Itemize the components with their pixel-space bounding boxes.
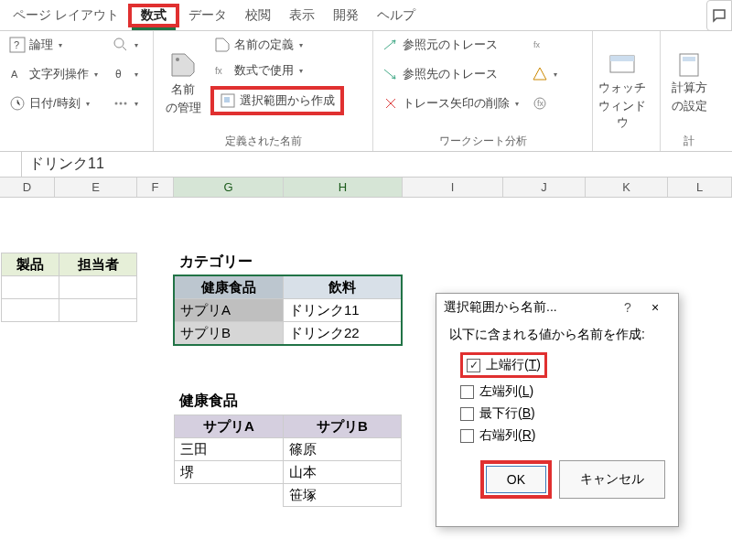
- tab-formulas[interactable]: 数式: [132, 2, 176, 30]
- dialog-help-button[interactable]: ?: [616, 300, 640, 315]
- col-K[interactable]: K: [586, 178, 668, 197]
- remove-arrows-label: トレース矢印の削除: [403, 95, 510, 112]
- tab-help[interactable]: ヘルプ: [368, 2, 425, 29]
- t3-r3c2[interactable]: 笹塚: [283, 483, 402, 507]
- comments-button[interactable]: [706, 0, 732, 31]
- calc-label2: の設定: [672, 98, 707, 114]
- t3-h1[interactable]: サプリA: [174, 415, 284, 438]
- col-D[interactable]: D: [0, 178, 55, 197]
- t2-r2c2[interactable]: ドリンク22: [283, 321, 402, 345]
- opt-right-label: 右端列(R): [479, 427, 535, 444]
- error-check-button[interactable]: ▾: [528, 64, 561, 84]
- name-manager-label2: の管理: [166, 100, 201, 116]
- use-in-formula-label: 数式で使用: [234, 62, 294, 79]
- watch-label1: ウォッチ: [598, 80, 646, 96]
- formula-bar[interactable]: ドリンク11: [22, 153, 112, 176]
- col-H[interactable]: H: [284, 178, 403, 197]
- col-J[interactable]: J: [503, 178, 586, 197]
- t2-title[interactable]: カテゴリー: [174, 251, 284, 273]
- svg-point-4: [114, 38, 124, 48]
- tab-view[interactable]: 表示: [280, 2, 324, 29]
- col-F[interactable]: F: [137, 178, 174, 197]
- lookup-icon: [113, 37, 129, 53]
- highlight-ok: OK: [480, 460, 552, 499]
- calc-options-button[interactable]: 計算方 の設定: [666, 35, 712, 132]
- text-button[interactable]: A 文字列操作▾: [5, 64, 102, 84]
- t3-r1c2[interactable]: 篠原: [283, 437, 402, 461]
- comment-icon: [711, 7, 727, 24]
- fx-small-icon: fx: [532, 37, 548, 53]
- worksheet-analysis-label: ワークシート分析: [379, 134, 587, 149]
- datetime-button[interactable]: 日付/時刻▾: [5, 93, 102, 113]
- t3-r2c2[interactable]: 山本: [283, 460, 402, 484]
- create-names-dialog: 選択範囲から名前... ? × 以下に含まれる値から名前を作成: 上端行(T) …: [436, 293, 679, 527]
- svg-text:fx: fx: [215, 66, 222, 76]
- remove-arrows-button[interactable]: トレース矢印の削除▾: [379, 93, 522, 113]
- defined-names-label: 定義された名前: [159, 134, 367, 149]
- more-button[interactable]: ▾: [109, 93, 142, 113]
- svg-rect-19: [683, 57, 695, 61]
- dialog-close-button[interactable]: ×: [640, 300, 671, 315]
- ribbon: ? 論理▾ A 文字列操作▾ 日付/時刻▾ ▾ θ▾ ▾: [0, 31, 732, 152]
- cancel-button[interactable]: キャンセル: [559, 460, 665, 499]
- tab-page-layout[interactable]: ページ レイアウト: [4, 2, 128, 29]
- col-G[interactable]: G: [174, 178, 284, 197]
- tab-developer[interactable]: 開発: [324, 2, 368, 29]
- t2-r1c2[interactable]: ドリンク11: [283, 298, 402, 322]
- trace-dep-label: 参照先のトレース: [403, 66, 498, 82]
- remove-arrows-icon: [382, 95, 399, 112]
- col-I[interactable]: I: [403, 178, 503, 197]
- watch-window-button[interactable]: ウォッチ ウィンドウ: [598, 35, 646, 147]
- clock-icon: [9, 95, 26, 112]
- t2-r1c1[interactable]: サプリA: [174, 298, 284, 322]
- t1-r1c1[interactable]: [1, 275, 59, 299]
- warning-icon: [532, 66, 548, 82]
- trace-dependents-button[interactable]: 参照先のトレース: [379, 64, 522, 84]
- col-E[interactable]: E: [55, 178, 137, 197]
- trace-precedents-button[interactable]: 参照元のトレース: [379, 35, 522, 55]
- ok-button[interactable]: OK: [486, 466, 546, 493]
- show-formulas-button[interactable]: fx: [528, 35, 561, 55]
- chk-bottom-row[interactable]: [460, 407, 474, 421]
- highlight-top-row-option: 上端行(T): [460, 352, 547, 378]
- evaluate-button[interactable]: fx: [528, 93, 561, 113]
- dialog-instruction: 以下に含まれる値から名前を作成:: [449, 327, 665, 343]
- opt-left-label: 左端列(L): [479, 383, 533, 400]
- t3-r1c1[interactable]: 三田: [174, 437, 284, 461]
- logic-button[interactable]: ? 論理▾: [5, 35, 102, 55]
- theta-icon: θ: [113, 66, 129, 82]
- chk-top-row[interactable]: [467, 359, 480, 372]
- t1-h1[interactable]: 製品: [1, 253, 59, 276]
- spreadsheet-grid: D E F G H I J K L 製品 担当者 カテゴリー 健康食品 飲料 サ…: [0, 178, 732, 198]
- chk-left-col[interactable]: [460, 385, 474, 399]
- chk-right-col[interactable]: [460, 429, 474, 443]
- formula-bar-row: ドリンク11: [0, 152, 732, 178]
- use-in-formula-button[interactable]: fx 数式で使用▾: [210, 60, 344, 81]
- evaluate-icon: fx: [532, 95, 548, 112]
- t1-h2[interactable]: 担当者: [59, 253, 137, 276]
- t1-r2c2[interactable]: [59, 298, 137, 322]
- opt-top-label: 上端行(T): [486, 357, 541, 373]
- t2-r2c1[interactable]: サプリB: [174, 321, 284, 345]
- column-headers: D E F G H I J K L: [0, 178, 732, 198]
- create-from-selection-button[interactable]: 選択範囲から作成: [216, 91, 339, 111]
- t2-h2[interactable]: 飲料: [283, 275, 402, 299]
- ribbon-tabs: ページ レイアウト 数式 データ 校閲 表示 開発 ヘルプ: [0, 0, 732, 31]
- t1-r1c2[interactable]: [59, 275, 137, 299]
- name-manager-button[interactable]: 名前 の管理: [159, 35, 207, 132]
- t3-title[interactable]: 健康食品: [174, 390, 284, 412]
- lookup-button[interactable]: ▾: [109, 35, 142, 55]
- tab-data[interactable]: データ: [179, 2, 236, 29]
- t1-r2c1[interactable]: [1, 298, 59, 322]
- svg-point-6: [115, 102, 118, 105]
- col-L[interactable]: L: [668, 178, 732, 197]
- t3-h2[interactable]: サプリB: [283, 415, 402, 438]
- tab-review[interactable]: 校閲: [236, 2, 280, 29]
- watch-icon: [608, 52, 636, 78]
- t2-h1[interactable]: 健康食品: [174, 275, 284, 299]
- math-button[interactable]: θ▾: [109, 64, 142, 84]
- define-name-button[interactable]: 名前の定義▾: [210, 35, 344, 55]
- t3-r2c1[interactable]: 堺: [174, 460, 284, 484]
- text-label: 文字列操作: [29, 66, 89, 82]
- name-box[interactable]: [0, 152, 22, 177]
